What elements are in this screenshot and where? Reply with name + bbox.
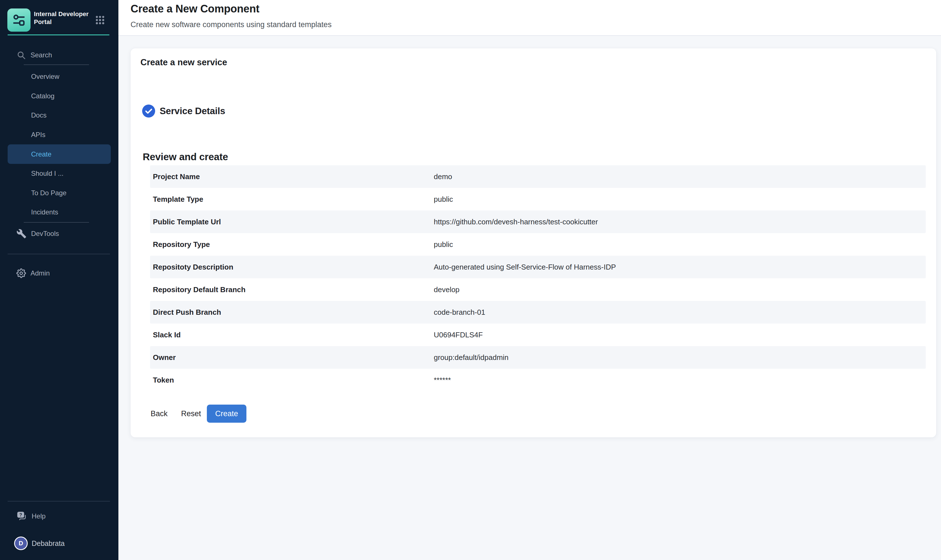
review-row: Repositoty DescriptionAuto-generated usi… [150, 256, 926, 278]
review-table: Project NamedemoTemplate TypepublicPubli… [150, 165, 926, 391]
review-row-value: ****** [434, 376, 451, 385]
sidebar-divider [24, 65, 89, 65]
user-menu[interactable]: D Debabrata [14, 537, 65, 550]
page-title: Create a New Component [131, 3, 260, 15]
sidebar-accent-divider [8, 34, 109, 35]
user-name: Debabrata [32, 539, 65, 548]
page-header: Create a New Component Create new softwa… [118, 0, 941, 36]
search-label: Search [31, 51, 52, 59]
create-service-card: Create a new service Service Details Rev… [131, 48, 936, 437]
review-row: Template Typepublic [150, 188, 926, 211]
back-button[interactable]: Back [146, 405, 172, 423]
review-row-value: demo [434, 172, 452, 181]
help-label: Help [32, 512, 46, 520]
review-heading: Review and create [143, 151, 228, 163]
app-title: Internal Developer Portal [34, 10, 97, 26]
sidebar-divider [8, 254, 110, 254]
sidebar-item-to-do-page[interactable]: To Do Page [8, 183, 111, 203]
sidebar-item-docs[interactable]: Docs [8, 106, 111, 125]
avatar: D [14, 537, 28, 550]
review-row-value: public [434, 240, 453, 249]
sidebar: Internal Developer Portal Search Overvie… [0, 0, 118, 560]
sidebar-item-overview[interactable]: Overview [8, 67, 111, 86]
help-chat-icon: ? [16, 511, 27, 522]
step-label: Service Details [160, 106, 225, 116]
apps-grid-icon[interactable] [95, 15, 105, 25]
review-row-label: Slack Id [153, 331, 181, 339]
sidebar-item-should-i[interactable]: Should I ... [8, 164, 111, 183]
review-row-label: Owner [153, 353, 176, 362]
svg-text:?: ? [19, 512, 22, 517]
search-icon [16, 50, 26, 60]
review-row-label: Repository Default Branch [153, 285, 246, 294]
review-row-value: public [434, 195, 453, 204]
review-row: Project Namedemo [150, 165, 926, 188]
sidebar-divider [8, 501, 110, 502]
sidebar-item-admin[interactable]: Admin [16, 267, 50, 280]
reset-button[interactable]: Reset [178, 405, 204, 423]
review-row: Direct Push Branchcode-branch-01 [150, 301, 926, 323]
page-subtitle: Create new software components using sta… [131, 20, 332, 29]
wrench-icon [16, 229, 26, 239]
review-row-label: Project Name [153, 172, 200, 181]
sidebar-item-incidents[interactable]: Incidents [8, 203, 111, 222]
sidebar-item-help[interactable]: ? Help [16, 510, 46, 522]
create-button[interactable]: Create [207, 405, 246, 423]
review-row-value: develop [434, 285, 460, 294]
review-row: Slack IdU0694FDLS4F [150, 323, 926, 346]
review-row-value: https://github.com/devesh-harness/test-c… [434, 218, 598, 226]
sidebar-item-devtools[interactable]: DevTools [16, 228, 59, 240]
review-row-label: Direct Push Branch [153, 308, 221, 317]
sidebar-item-apis[interactable]: APIs [8, 125, 111, 145]
review-row-value: Auto-generated using Self-Service-Flow o… [434, 263, 616, 272]
review-row-label: Token [153, 376, 174, 385]
gear-icon [16, 268, 26, 278]
review-row-label: Template Type [153, 195, 203, 204]
review-row-value: code-branch-01 [434, 308, 485, 317]
sidebar-item-search[interactable]: Search [16, 49, 52, 61]
sidebar-item-create[interactable]: Create [8, 145, 111, 164]
devtools-label: DevTools [31, 230, 59, 238]
idp-logo[interactable] [7, 8, 31, 32]
review-row-label: Repository Type [153, 240, 210, 249]
review-row-value: U0694FDLS4F [434, 331, 483, 339]
review-row: Repository Typepublic [150, 233, 926, 256]
review-row-label: Public Template Url [153, 218, 221, 226]
main-content: Create a New Component Create new softwa… [118, 0, 941, 560]
check-circle-icon [142, 105, 155, 117]
review-row: Repository Default Branchdevelop [150, 278, 926, 301]
sidebar-divider [24, 222, 89, 223]
review-row-label: Repositoty Description [153, 263, 234, 272]
admin-label: Admin [31, 269, 50, 277]
step-service-details[interactable]: Service Details [142, 105, 225, 117]
review-row: Ownergroup:default/idpadmin [150, 346, 926, 369]
card-heading: Create a new service [140, 57, 227, 68]
review-row-value: group:default/idpadmin [434, 353, 509, 362]
idp-logo-glyph [11, 12, 27, 28]
sidebar-item-catalog[interactable]: Catalog [8, 86, 111, 106]
sidebar-nav: OverviewCatalogDocsAPIsCreateShould I ..… [0, 67, 118, 222]
review-row: Public Template Urlhttps://github.com/de… [150, 211, 926, 233]
review-row: Token****** [150, 369, 926, 391]
